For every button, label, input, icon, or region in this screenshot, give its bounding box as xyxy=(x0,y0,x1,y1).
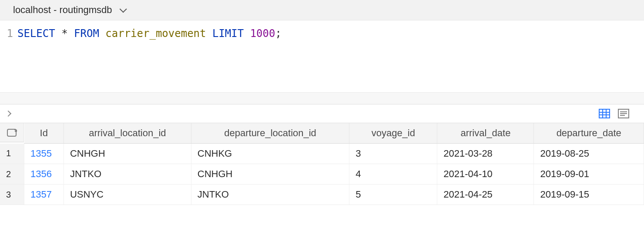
cell-departure-date[interactable]: 2019-08-25 xyxy=(534,144,644,164)
editor-gutter: 1 xyxy=(0,26,17,87)
line-number: 1 xyxy=(0,26,13,41)
cell-departure-date[interactable]: 2019-09-15 xyxy=(534,185,644,205)
cell-arrival-date[interactable]: 2021-03-28 xyxy=(437,144,534,164)
cell-arrival-date[interactable]: 2021-04-10 xyxy=(437,164,534,185)
row-number: 3 xyxy=(0,185,24,205)
corner-cell[interactable] xyxy=(0,123,24,142)
cell-voyage-id[interactable]: 5 xyxy=(349,185,437,205)
sql-keyword-select: SELECT xyxy=(17,27,55,40)
cell-id[interactable]: 1355 xyxy=(24,144,64,164)
sql-editor[interactable]: 1 SELECT * FROM carrier_movement LIMIT 1… xyxy=(0,20,644,92)
cell-voyage-id[interactable]: 4 xyxy=(349,164,437,185)
code-line: SELECT * FROM carrier_movement LIMIT 100… xyxy=(17,26,282,87)
table-row[interactable]: 1 1355 CNHGH CNHKG 3 2021-03-28 2019-08-… xyxy=(0,144,644,164)
cell-arrival-location[interactable]: JNTKO xyxy=(64,164,191,185)
column-header-id[interactable]: Id xyxy=(24,123,64,144)
refresh-icon[interactable] xyxy=(7,128,17,138)
column-header-arrival-location[interactable]: arrival_location_id xyxy=(64,123,191,144)
sql-table-name: carrier_movement xyxy=(105,27,206,40)
cell-departure-location[interactable]: CNHKG xyxy=(191,144,349,164)
sql-number: 1000 xyxy=(250,27,275,40)
cell-arrival-location[interactable]: CNHGH xyxy=(64,144,191,164)
sql-keyword-limit: LIMIT xyxy=(212,27,244,40)
results-toolbar xyxy=(0,104,644,123)
chevron-right-icon[interactable] xyxy=(5,111,11,117)
cell-id[interactable]: 1356 xyxy=(24,164,64,185)
sql-star: * xyxy=(61,27,67,40)
cell-departure-location[interactable]: JNTKO xyxy=(191,185,349,205)
cell-arrival-date[interactable]: 2021-04-25 xyxy=(437,185,534,205)
table-row[interactable]: 3 1357 USNYC JNTKO 5 2021-04-25 2019-09-… xyxy=(0,185,644,205)
text-view-icon[interactable] xyxy=(618,109,629,118)
column-header-arrival-date[interactable]: arrival_date xyxy=(437,123,534,144)
results-table: Id arrival_location_id departure_locatio… xyxy=(0,123,644,205)
table-row[interactable]: 2 1356 JNTKO CNHGH 4 2021-04-10 2019-09-… xyxy=(0,164,644,185)
row-number: 2 xyxy=(0,164,24,185)
cell-arrival-location[interactable]: USNYC xyxy=(64,185,191,205)
results-grid: Id arrival_location_id departure_locatio… xyxy=(0,123,644,205)
column-header-voyage-id[interactable]: voyage_id xyxy=(349,123,437,144)
cell-departure-date[interactable]: 2019-09-01 xyxy=(534,164,644,185)
grid-view-icon[interactable] xyxy=(599,109,610,118)
pane-divider[interactable] xyxy=(0,92,644,104)
row-number: 1 xyxy=(0,144,24,164)
column-header-departure-date[interactable]: departure_date xyxy=(534,123,644,144)
cell-departure-location[interactable]: CNHGH xyxy=(191,164,349,185)
header-row: Id arrival_location_id departure_locatio… xyxy=(0,123,644,144)
cell-id[interactable]: 1357 xyxy=(24,185,64,205)
sql-keyword-from: FROM xyxy=(74,27,99,40)
connection-selector[interactable]: localhost - routingmsdb xyxy=(0,0,644,20)
chevron-down-icon xyxy=(120,5,127,13)
svg-rect-0 xyxy=(599,109,610,118)
column-header-departure-location[interactable]: departure_location_id xyxy=(191,123,349,144)
cell-voyage-id[interactable]: 3 xyxy=(349,144,437,164)
results-body: 1 1355 CNHGH CNHKG 3 2021-03-28 2019-08-… xyxy=(0,144,644,205)
connection-label: localhost - routingmsdb xyxy=(13,4,112,16)
sql-semicolon: ; xyxy=(275,27,281,40)
